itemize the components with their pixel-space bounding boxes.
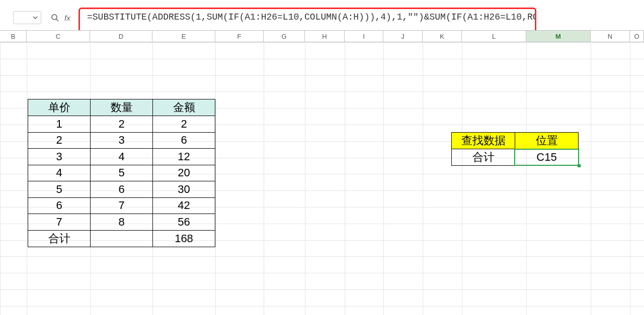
chevron-down-icon bbox=[33, 15, 38, 20]
table-row: 合计168 bbox=[28, 230, 215, 247]
svg-point-0 bbox=[52, 15, 57, 20]
formula-input[interactable]: =SUBSTITUTE(ADDRESS(1,SUM(IF(A1:H26=L10,… bbox=[78, 8, 536, 33]
column-header-label: E bbox=[182, 33, 186, 40]
data-table-header[interactable]: 单价 bbox=[28, 99, 91, 116]
table-cell[interactable]: 3 bbox=[28, 149, 91, 165]
table-cell[interactable]: 7 bbox=[28, 214, 91, 231]
table-row: 236 bbox=[28, 132, 215, 149]
column-header-N[interactable]: N bbox=[591, 31, 630, 42]
column-header-label: F bbox=[237, 33, 242, 40]
formula-text: =SUBSTITUTE(ADDRESS(1,SUM(IF(A1:H26=L10,… bbox=[87, 12, 536, 22]
column-header-E[interactable]: E bbox=[152, 31, 215, 42]
data-table: 单价数量金额 12223634124520563067427856合计168 bbox=[28, 99, 215, 247]
table-cell[interactable]: 6 bbox=[28, 197, 91, 214]
table-cell[interactable]: 168 bbox=[153, 230, 215, 247]
expand-formula-icon[interactable] bbox=[48, 11, 61, 24]
column-header-F[interactable]: F bbox=[215, 31, 264, 42]
table-cell[interactable]: 2 bbox=[28, 132, 91, 149]
data-table-header[interactable]: 金额 bbox=[153, 99, 215, 116]
lookup-header[interactable]: 位置 bbox=[515, 133, 579, 149]
table-cell[interactable]: 2 bbox=[91, 116, 153, 133]
table-cell[interactable]: 56 bbox=[153, 214, 215, 231]
column-header-label: I bbox=[363, 33, 365, 40]
column-header-label: B bbox=[11, 33, 16, 40]
column-header-B[interactable]: B bbox=[0, 31, 27, 42]
table-row: 7856 bbox=[28, 214, 215, 231]
table-row: 4520 bbox=[28, 165, 215, 181]
lookup-cell[interactable]: 合计 bbox=[452, 149, 515, 166]
column-header-label: L bbox=[492, 33, 496, 40]
table-cell[interactable]: 6 bbox=[153, 132, 215, 149]
fx-label: fx bbox=[64, 14, 74, 22]
column-header-O[interactable]: O bbox=[630, 31, 644, 42]
table-cell[interactable]: 2 bbox=[153, 116, 215, 133]
table-cell[interactable]: 4 bbox=[91, 149, 153, 165]
lookup-header[interactable]: 查找数据 bbox=[452, 133, 515, 149]
column-header-label: O bbox=[634, 33, 639, 40]
lookup-cell[interactable]: C15 bbox=[515, 149, 579, 166]
column-header-L[interactable]: L bbox=[462, 31, 526, 42]
table-cell[interactable]: 3 bbox=[91, 132, 153, 149]
column-header-H[interactable]: H bbox=[305, 31, 345, 42]
column-header-K[interactable]: K bbox=[423, 31, 462, 42]
column-header-D[interactable]: D bbox=[90, 31, 152, 42]
svg-line-1 bbox=[56, 19, 58, 21]
data-table-header[interactable]: 数量 bbox=[91, 99, 153, 116]
name-box-dropdown[interactable] bbox=[13, 11, 41, 24]
column-header-label: N bbox=[608, 33, 612, 40]
column-header-label: H bbox=[322, 33, 327, 40]
table-cell[interactable] bbox=[91, 230, 153, 247]
column-header-I[interactable]: I bbox=[345, 31, 383, 42]
table-row: 5630 bbox=[28, 181, 215, 198]
column-header-label: M bbox=[555, 33, 561, 40]
table-cell[interactable]: 5 bbox=[28, 181, 91, 198]
table-row: 122 bbox=[28, 116, 215, 133]
table-cell[interactable]: 1 bbox=[28, 116, 91, 133]
column-header-label: J bbox=[401, 33, 405, 40]
table-cell[interactable]: 30 bbox=[153, 181, 215, 198]
table-cell[interactable]: 8 bbox=[91, 214, 153, 231]
fill-handle[interactable] bbox=[578, 164, 581, 167]
table-row: 6742 bbox=[28, 197, 215, 214]
table-cell[interactable]: 5 bbox=[91, 165, 153, 181]
table-cell[interactable]: 4 bbox=[28, 165, 91, 181]
table-cell[interactable]: 合计 bbox=[28, 230, 91, 247]
table-cell[interactable]: 12 bbox=[153, 149, 215, 165]
lookup-table: 查找数据位置 合计C15 bbox=[451, 132, 579, 166]
column-header-G[interactable]: G bbox=[264, 31, 305, 42]
column-header-label: K bbox=[440, 33, 444, 40]
table-cell[interactable]: 7 bbox=[91, 197, 153, 214]
column-headers: BCDEFGHIJKLMNO bbox=[0, 30, 644, 42]
column-header-label: D bbox=[119, 33, 123, 40]
table-cell[interactable]: 42 bbox=[153, 197, 215, 214]
table-cell[interactable]: 6 bbox=[91, 181, 153, 198]
column-header-C[interactable]: C bbox=[27, 31, 90, 42]
table-cell[interactable]: 20 bbox=[153, 165, 215, 181]
table-row: 3412 bbox=[28, 149, 215, 165]
column-header-label: G bbox=[281, 33, 286, 40]
column-header-label: C bbox=[56, 33, 60, 40]
column-header-J[interactable]: J bbox=[383, 31, 423, 42]
column-header-M[interactable]: M bbox=[526, 31, 591, 42]
